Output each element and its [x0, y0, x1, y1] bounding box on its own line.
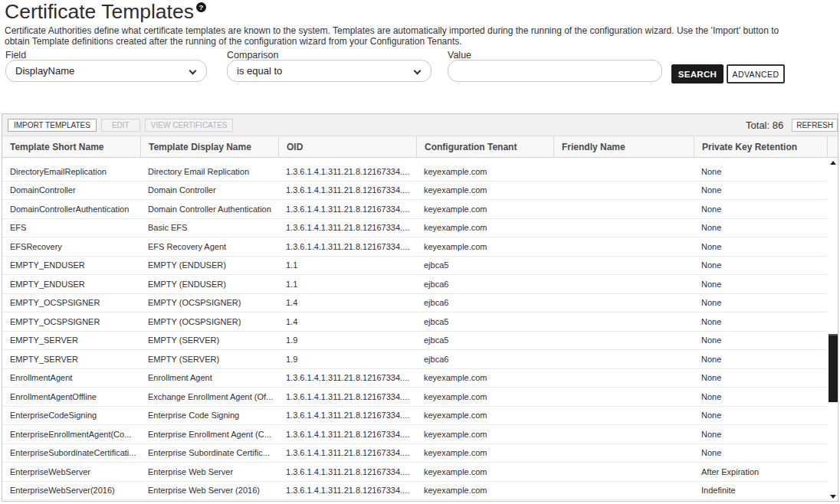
table-row[interactable]: EnterpriseWebServer(2016)Enterprise Web … [2, 482, 827, 501]
table-row[interactable]: EMPTY_SERVEREMPTY (SERVER)1.9ejbca5None [2, 332, 827, 351]
comparison-select[interactable]: is equal to [227, 60, 431, 82]
table-row[interactable]: EFSBasic EFS1.3.6.1.4.1.311.21.8.1216733… [2, 219, 827, 238]
refresh-button[interactable]: REFRESH [792, 119, 838, 132]
cell-configuration-tenant: ejbca5 [416, 317, 553, 326]
cell-oid: 1.4 [278, 317, 416, 326]
cell-oid: 1.3.6.1.4.1.311.21.8.12167334.... [278, 392, 416, 401]
field-select-value: DisplayName [15, 65, 74, 77]
table-row[interactable]: EnterpriseSubordinateCertificati...Enter… [2, 444, 827, 463]
cell-oid: 1.3.6.1.4.1.311.21.8.12167334.... [278, 185, 416, 195]
table-row[interactable]: EMPTY_SERVEREMPTY (SERVER)1.9ejbca6None [2, 350, 827, 369]
table-row[interactable]: EnterpriseEnrollmentAgent(Co...Enterpris… [2, 425, 827, 444]
cell-template-short-name: DomainController [2, 185, 140, 195]
import-templates-button[interactable]: IMPORT TEMPLATES [8, 119, 97, 132]
column-header-configuration-tenant[interactable]: Configuration Tenant [416, 136, 553, 157]
cell-configuration-tenant: keyexample.com [416, 185, 553, 195]
cell-configuration-tenant: keyexample.com [416, 448, 553, 457]
column-header-private-key-retention[interactable]: Private Key Retention [694, 136, 827, 157]
scrollbar-thumb[interactable] [829, 334, 838, 402]
table-row[interactable]: EnrollmentAgentEnrollment Agent1.3.6.1.4… [2, 369, 827, 388]
cell-private-key-retention: None [694, 335, 827, 345]
table-header: Template Short NameTemplate Display Name… [2, 136, 838, 158]
table-row[interactable]: DomainControllerDomain Controller1.3.6.1… [2, 182, 827, 201]
cell-private-key-retention: None [694, 411, 827, 420]
table-row[interactable]: EnterpriseWebServerEnterprise Web Server… [2, 463, 827, 482]
cell-private-key-retention: None [694, 205, 827, 214]
cell-configuration-tenant: keyexample.com [416, 467, 553, 476]
cell-oid: 1.3.6.1.4.1.311.21.8.12167334.... [278, 467, 416, 476]
column-header-oid[interactable]: OID [278, 136, 416, 157]
cell-template-display-name: Exchange Enrollment Agent (Of... [140, 392, 278, 401]
table-row[interactable]: EMPTY_ENDUSEREMPTY (ENDUSER)1.1ejbca6Non… [2, 275, 827, 294]
cell-oid: 1.3.6.1.4.1.311.21.8.12167334.... [278, 373, 416, 382]
table-row[interactable]: DirectoryEmailReplicationDirectory Email… [2, 162, 827, 182]
help-icon[interactable]: ? [196, 2, 206, 12]
cell-private-key-retention: After Expiration [694, 467, 827, 476]
cell-oid: 1.3.6.1.4.1.311.21.8.12167334.... [278, 205, 416, 214]
value-label: Value [448, 50, 471, 61]
cell-private-key-retention: None [694, 373, 827, 382]
cell-template-short-name: EMPTY_OCSPSIGNER [2, 298, 140, 307]
advanced-button[interactable]: ADVANCED [727, 64, 785, 83]
cell-configuration-tenant: ejbca6 [416, 298, 553, 307]
table-row[interactable]: EMPTY_ENDUSEREMPTY (ENDUSER)1.1ejbca5Non… [2, 257, 827, 276]
cell-configuration-tenant: keyexample.com [416, 430, 553, 439]
cell-template-short-name: EMPTY_ENDUSER [2, 260, 140, 270]
cell-template-display-name: Enterprise Subordinate Certific... [140, 448, 278, 457]
cell-template-display-name: EMPTY (SERVER) [140, 335, 278, 345]
cell-template-short-name: EnterpriseWebServer(2016) [2, 486, 140, 495]
field-label: Field [5, 50, 26, 61]
cell-oid: 1.3.6.1.4.1.311.21.8.12167334.... [278, 486, 416, 495]
cell-template-short-name: EMPTY_ENDUSER [2, 280, 140, 289]
cell-template-display-name: Basic EFS [140, 223, 278, 232]
cell-oid: 1.1 [278, 260, 416, 270]
search-button[interactable]: SEARCH [671, 64, 724, 83]
table-row[interactable]: EnrollmentAgentOfflineExchange Enrollmen… [2, 388, 827, 407]
cell-template-display-name: Enterprise Code Signing [140, 411, 278, 420]
column-header-template-display-name[interactable]: Template Display Name [140, 136, 278, 157]
table-row[interactable]: EMPTY_OCSPSIGNEREMPTY (OCSPSIGNER)1.4ejb… [2, 313, 827, 332]
column-header-gutter [827, 136, 838, 157]
value-input[interactable] [448, 60, 662, 82]
scroll-down-arrow-icon[interactable] [830, 495, 836, 499]
table-row[interactable]: EMPTY_OCSPSIGNEREMPTY (OCSPSIGNER)1.4ejb… [2, 294, 827, 313]
cell-template-short-name: DomainControllerAuthentication [2, 205, 140, 214]
comparison-label: Comparison [227, 50, 278, 61]
cell-configuration-tenant: keyexample.com [416, 223, 553, 232]
cell-template-short-name: EMPTY_SERVER [2, 355, 140, 364]
table-row[interactable]: EFSRecoveryEFS Recovery Agent1.3.6.1.4.1… [2, 237, 827, 257]
cell-oid: 1.1 [278, 280, 416, 289]
cell-private-key-retention: None [694, 185, 827, 195]
page-title: Certificate Templates? [5, 0, 206, 24]
cell-private-key-retention: None [694, 223, 827, 232]
cell-private-key-retention: None [694, 430, 827, 439]
cell-oid: 1.3.6.1.4.1.311.21.8.12167334.... [278, 167, 416, 176]
cell-template-short-name: EnterpriseWebServer [2, 467, 140, 476]
cell-configuration-tenant: keyexample.com [416, 486, 553, 495]
scroll-up-arrow-icon[interactable] [830, 161, 836, 165]
cell-template-display-name: EMPTY (OCSPSIGNER) [140, 298, 278, 307]
cell-private-key-retention: Indefinite [694, 486, 827, 495]
view-certificates-button[interactable]: VIEW CERTIFICATES [145, 119, 234, 132]
cell-oid: 1.4 [278, 298, 416, 307]
cell-configuration-tenant: keyexample.com [416, 242, 553, 251]
vertical-scrollbar[interactable] [827, 158, 838, 501]
cell-configuration-tenant: keyexample.com [416, 373, 553, 382]
cell-oid: 1.3.6.1.4.1.311.21.8.12167334.... [278, 448, 416, 457]
cell-template-display-name: Enrollment Agent [140, 373, 278, 382]
column-header-template-short-name[interactable]: Template Short Name [2, 136, 140, 157]
table-row[interactable]: EnterpriseCodeSigningEnterprise Code Sig… [2, 407, 827, 426]
table-row[interactable]: DomainControllerAuthenticationDomain Con… [2, 200, 827, 219]
field-select[interactable]: DisplayName [5, 60, 207, 82]
cell-private-key-retention: None [694, 260, 827, 270]
cell-template-display-name: Enterprise Web Server (2016) [140, 486, 278, 495]
cell-private-key-retention: None [694, 448, 827, 457]
column-header-friendly-name[interactable]: Friendly Name [553, 136, 694, 157]
cell-configuration-tenant: keyexample.com [416, 205, 553, 214]
chevron-down-icon [414, 67, 422, 75]
cell-configuration-tenant: keyexample.com [416, 167, 553, 176]
cell-template-display-name: Directory Email Replication [140, 167, 278, 176]
cell-oid: 1.9 [278, 335, 416, 345]
cell-template-short-name: EnrollmentAgentOffline [2, 392, 140, 401]
edit-button[interactable]: EDIT [101, 119, 140, 132]
